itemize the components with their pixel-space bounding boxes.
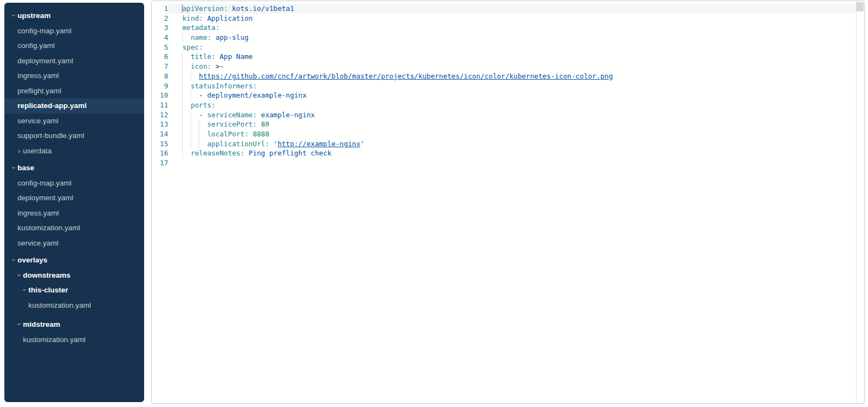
code-line[interactable]: 15 applicationUrl: 'http://example-nginx… (152, 139, 864, 149)
tree-file-service-yaml[interactable]: service.yaml (4, 113, 144, 129)
tree-item-label: ingress.yaml (17, 209, 59, 217)
tree-file-config-yaml[interactable]: config.yaml (4, 38, 144, 53)
code-token: localPort: (207, 130, 248, 138)
code-token: >- (216, 62, 224, 70)
code-line[interactable]: 12 - serviceName: example-nginx (152, 110, 864, 120)
line-number: 5 (152, 43, 168, 52)
code-token: applicationUrl: (207, 140, 269, 148)
code-line[interactable]: 4 name: app-slug (152, 33, 864, 43)
code-token: servicePort: (207, 120, 257, 128)
tree-folder-userdata[interactable]: › userdata (4, 143, 144, 159)
line-number: 10 (152, 91, 168, 100)
line-number: 8 (152, 71, 168, 81)
code-area[interactable]: 1 apiVersion: kots.io/v1beta1 2 kind: Ap… (152, 1, 864, 168)
indent-guide-line (182, 148, 191, 158)
chevron-down-icon[interactable]: › (10, 256, 18, 264)
tree-item-label: config-map.yaml (17, 179, 72, 187)
code-line[interactable]: 8 https://github.com/cncf/artwork/blob/m… (152, 71, 864, 81)
line-content: https://github.com/cncf/artwork/blob/mas… (168, 71, 856, 81)
tree-item-label: this-cluster (28, 286, 68, 294)
tree-file-preflight-yaml[interactable]: preflight.yaml (4, 83, 144, 99)
tree-file-kustomization-yaml[interactable]: kustomization.yaml (4, 298, 144, 313)
indent-guide-line (199, 129, 207, 139)
line-content: ports: (168, 100, 856, 110)
tree-file-kustomization-yaml[interactable]: kustomization.yaml (4, 332, 144, 348)
code-token (228, 4, 232, 13)
chevron-down-icon[interactable]: › (15, 271, 23, 279)
tree-file-replicated-app-yaml[interactable]: replicated-app.yaml (4, 98, 144, 113)
tree-folder-downstreams[interactable]: › downstreams (4, 268, 144, 283)
tree-file-kustomization-yaml[interactable]: kustomization.yaml (4, 220, 144, 236)
indent-guide-line (191, 139, 199, 149)
tree-item-label: preflight.yaml (17, 87, 61, 95)
code-token (257, 120, 261, 128)
tree-item-label: deployment.yaml (17, 57, 73, 65)
tree-item-label: replicated-app.yaml (17, 101, 87, 110)
tree-item-label: ingress.yaml (17, 71, 59, 80)
chevron-down-icon[interactable]: › (10, 164, 18, 172)
indent-guide-line (182, 129, 191, 139)
line-number: 13 (152, 119, 168, 129)
line-number: 12 (152, 110, 168, 120)
code-token: statusInformers: (191, 82, 257, 90)
tree-item-label: base (17, 164, 34, 172)
code-token: serviceName: (207, 111, 257, 119)
tree-file-deployment-yaml[interactable]: deployment.yaml (4, 53, 144, 69)
tree-file-deployment-yaml[interactable]: deployment.yaml (4, 190, 144, 206)
code-line[interactable]: 1 apiVersion: kots.io/v1beta1 (152, 4, 864, 14)
tree-file-config-map-yaml[interactable]: config-map.yaml (4, 23, 144, 39)
code-editor[interactable]: 1 apiVersion: kots.io/v1beta1 2 kind: Ap… (151, 1, 865, 404)
code-line[interactable]: 17 (152, 158, 864, 168)
code-line[interactable]: 7 icon: >- (152, 62, 864, 71)
line-number: 2 (152, 14, 168, 23)
tree-item-label: downstreams (23, 271, 70, 279)
line-content: releaseNotes: Ping preflight check (168, 148, 856, 158)
tree-file-support-bundle-yaml[interactable]: support-bundle.yaml (4, 128, 144, 143)
tree-folder-upstream[interactable]: › upstream (4, 8, 144, 23)
line-content: apiVersion: kots.io/v1beta1 (168, 4, 856, 14)
code-line[interactable]: 3 metadata: (152, 23, 864, 33)
tree-file-ingress-yaml[interactable]: ingress.yaml (4, 68, 144, 83)
line-content: localPort: 8888 (168, 129, 856, 139)
code-token: title: (191, 52, 216, 61)
line-content: servicePort: 80 (168, 119, 856, 129)
code-line[interactable]: 16 releaseNotes: Ping preflight check (152, 148, 864, 158)
code-token: app-slug (216, 33, 249, 41)
tree-file-service-yaml[interactable]: service.yaml (4, 236, 144, 251)
line-content: icon: >- (168, 62, 856, 71)
scrollbar-thumb[interactable] (857, 2, 864, 11)
tree-item-label: service.yaml (17, 117, 58, 125)
code-token: kind: (182, 14, 203, 22)
tree-folder-this-cluster[interactable]: › this-cluster (4, 283, 144, 298)
tree-file-config-map-yaml[interactable]: config-map.yaml (4, 176, 144, 191)
url-link[interactable]: http://example-nginx (277, 140, 360, 148)
code-line[interactable]: 9 statusInformers: (152, 81, 864, 91)
line-content: kind: Application (168, 14, 856, 23)
url-link[interactable]: https://github.com/cncf/artwork/blob/mas… (199, 72, 613, 80)
chevron-down-icon[interactable]: › (21, 286, 29, 294)
code-line[interactable]: 14 localPort: 8888 (152, 129, 864, 139)
code-line[interactable]: 10 - deployment/example-nginx (152, 91, 864, 100)
code-token: icon: (191, 62, 211, 70)
tree-item-label: support-bundle.yaml (17, 131, 84, 140)
code-line[interactable]: 6 title: App Name (152, 52, 864, 62)
tree-folder-overlays[interactable]: › overlays (4, 253, 144, 268)
tree-item-label: kustomization.yaml (28, 301, 91, 309)
chevron-right-icon[interactable]: › (15, 147, 23, 155)
code-line[interactable]: 13 servicePort: 80 (152, 119, 864, 129)
line-number: 17 (152, 158, 168, 168)
chevron-down-icon[interactable]: › (10, 12, 18, 20)
tree-folder-base[interactable]: › base (4, 160, 144, 176)
code-token (257, 111, 261, 119)
code-token: example-nginx (261, 111, 315, 119)
tree-file-ingress-yaml[interactable]: ingress.yaml (4, 206, 144, 221)
tree-item-label: deployment.yaml (17, 194, 73, 202)
code-line[interactable]: 5 spec: (152, 43, 864, 52)
code-line[interactable]: 11 ports: (152, 100, 864, 110)
tree-folder-midstream[interactable]: › midstream (4, 317, 144, 332)
indent-guide-line (199, 119, 207, 129)
chevron-down-icon[interactable]: › (15, 321, 23, 328)
code-line[interactable]: 2 kind: Application (152, 14, 864, 23)
line-content: spec: (168, 43, 856, 52)
indent-guide-line (191, 119, 199, 129)
